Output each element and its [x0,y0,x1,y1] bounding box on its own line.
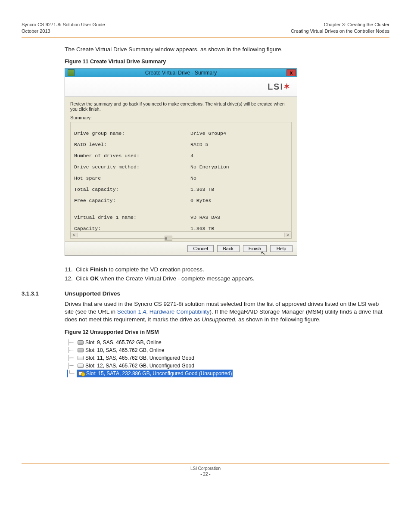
summary-val: No [190,175,196,181]
step-11: 11. Click Finish to complete the VD crea… [65,266,389,273]
tree-item[interactable]: ├─ Slot: 11, SAS, 465.762 GB, Unconfigur… [67,354,389,362]
summary-row: RAID level:RAID 5 [74,142,288,147]
doc-date: October 2013 [22,28,105,34]
hardware-compat-link[interactable]: Section 1.4, Hardware Compatibility [117,308,210,315]
disk-icon [78,356,84,360]
summary-val: 1.363 TB [190,187,214,192]
summary-key: Drive security method: [74,164,190,170]
summary-val: 0 Bytes [190,198,211,203]
unsupported-italic: Unsupported [202,316,235,323]
summary-row: Drive security method:No Encryption [74,164,288,170]
section-number: 3.1.3.1 [22,290,65,297]
scroll-right-arrow-icon[interactable]: > [284,233,291,237]
tree-connector-icon: ├─ [67,339,76,346]
summary-key: Drive group name: [74,131,190,136]
summary-row: Capacity:1.363 TB [74,226,288,231]
intro-paragraph: The Create Virtual Drive Summary window … [65,46,389,53]
section-label: Creating Virtual Drives on the Controlle… [291,28,389,34]
tree-item-label: Slot: 10, SAS, 465.762 GB, Online [85,346,164,354]
tree-item[interactable]: ├─ Slot: 12, SAS, 465.762 GB, Unconfigur… [67,362,389,370]
tree-item-label: Slot: 11, SAS, 465.762 GB, Unconfigured … [85,354,194,362]
lsi-logo-star-icon: ✶ [283,82,291,91]
tree-item-selected[interactable]: └─ Slot: 15, SATA, 232.886 GB, Unconfigu… [67,370,233,377]
footer-page-number: - 22 - [22,471,389,477]
summary-row: Drive group name:Drive Group4 [74,131,288,136]
section-heading-row: 3.1.3.1 Unsupported Drives [22,290,389,297]
step-text: Click Finish to complete the VD creation… [76,266,204,273]
scroll-thumb[interactable]: ≡ [165,236,172,241]
summary-key: Capacity: [74,226,190,231]
step-number: 11. [65,266,76,273]
lsi-logo: LSI✶ [268,82,291,92]
summary-val: VD_HAS_DAS [190,215,220,220]
header-left: Syncro CS 9271-8i Solution User Guide Oc… [22,22,105,35]
tree-connector-icon: └─ [68,370,77,377]
tree-connector-icon: ├─ [67,346,76,354]
disk-icon [78,340,84,345]
tree-connector-icon: ├─ [67,354,76,362]
tree-item[interactable]: ├─ Slot: 9, SAS, 465.762 GB, Online [67,339,389,346]
summary-row: Hot spareNo [74,175,288,181]
summary-key: Hot spare [74,175,190,181]
back-button[interactable]: Back [217,245,240,252]
summary-val: 4 [190,153,193,159]
tree-item-label: Slot: 15, SATA, 232.886 GB, Unconfigured… [86,370,232,377]
step-number: 12. [65,275,76,282]
disk-icon [78,348,84,352]
dialog-title: Create Virtual Drive - Summary [65,70,297,76]
figure-11-caption: Figure 11 Create Virtual Drive Summary [65,59,389,65]
create-vd-summary-dialog: Create Virtual Drive - Summary x LSI✶ Re… [65,68,297,256]
finish-button[interactable]: Finish [243,245,267,252]
section-paragraph: Drives that are used in the Syncro CS 92… [65,300,389,324]
tree-item-label: Slot: 12, SAS, 465.762 GB, Unconfigured … [85,362,194,370]
summary-row: Virtual drive 1 name:VD_HAS_DAS [74,215,288,220]
figure-12-caption: Figure 12 Unsupported Drive in MSM [65,329,389,335]
footer-company: LSI Corporation [22,466,389,471]
disk-icon [78,364,84,368]
summary-key: Virtual drive 1 name: [74,215,190,220]
summary-label: Summary: [70,115,292,120]
chapter-label: Chapter 3: Creating the Cluster [291,22,389,28]
tree-item-label: Slot: 9, SAS, 465.762 GB, Online [85,339,162,346]
drive-tree: ├─ Slot: 9, SAS, 465.762 GB, Online ├─ S… [67,339,389,377]
summary-key: Total capacity: [74,187,190,192]
header-rule [22,37,389,38]
summary-row: Number of drives used:4 [74,153,288,159]
cancel-button[interactable]: Cancel [187,245,213,252]
instruction-steps: 11. Click Finish to complete the VD crea… [65,266,389,282]
summary-textarea[interactable]: Drive group name:Drive Group4 RAID level… [70,122,292,232]
dialog-instruction: Review the summary and go back if you ne… [70,101,292,112]
dialog-button-row: Cancel Back Finish Help ↖ [65,241,297,255]
summary-val: RAID 5 [190,142,208,147]
footer-rule [22,464,389,464]
summary-key: RAID level: [74,142,190,147]
help-button[interactable]: Help [270,245,293,252]
summary-key: Free capacity: [74,198,190,203]
dialog-body: Review the summary and go back if you ne… [65,97,297,241]
doc-title: Syncro CS 9271-8i Solution User Guide [22,22,105,28]
summary-hscrollbar[interactable]: < ≡ > [70,232,292,239]
summary-key: Number of drives used: [74,153,190,159]
section-title: Unsupported Drives [65,290,120,297]
summary-val: No Encryption [190,164,229,170]
summary-row: Total capacity:1.363 TB [74,187,288,192]
page-footer: LSI Corporation - 22 - [22,466,389,477]
step-12: 12. Click OK when the Create Virtual Dri… [65,275,389,282]
dialog-banner: LSI✶ [65,77,297,97]
summary-row: Free capacity:0 Bytes [74,198,288,203]
summary-val: Drive Group4 [190,131,226,136]
scroll-left-arrow-icon[interactable]: < [71,233,78,237]
tree-item[interactable]: ├─ Slot: 10, SAS, 465.762 GB, Online [67,346,389,354]
page-header: Syncro CS 9271-8i Solution User Guide Oc… [22,22,389,35]
dialog-titlebar[interactable]: Create Virtual Drive - Summary x [65,68,297,77]
tree-connector-icon: ├─ [67,362,76,370]
header-right: Chapter 3: Creating the Cluster Creating… [291,22,389,35]
step-text: Click OK when the Create Virtual Drive -… [76,275,255,282]
lsi-logo-text: LSI [268,82,283,91]
summary-val: 1.363 TB [190,226,214,231]
disk-warn-icon [78,371,84,376]
